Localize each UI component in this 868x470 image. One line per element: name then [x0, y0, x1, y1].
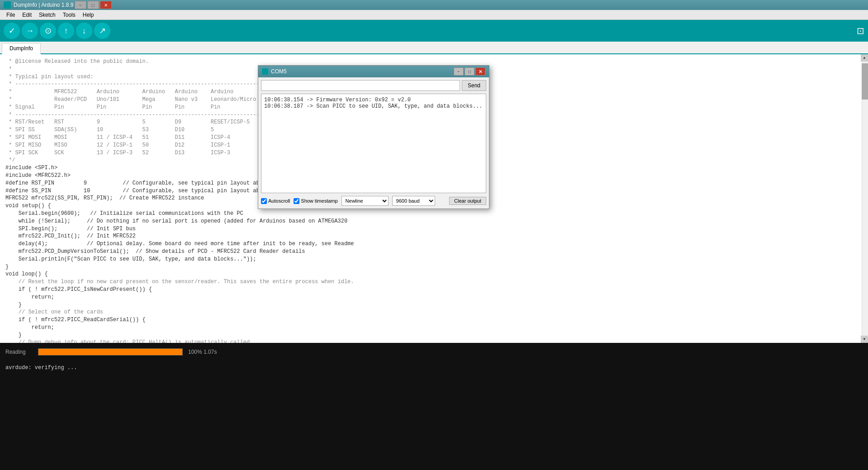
close-button[interactable]: ✕ — [100, 1, 112, 9]
com-titlebar: COM5 − □ ✕ — [258, 66, 489, 77]
menu-file[interactable]: File — [3, 11, 19, 19]
autoscroll-checkbox[interactable] — [261, 198, 267, 204]
progress-percent: 100% 1.07s — [188, 349, 217, 355]
com-dialog: COM5 − □ ✕ Send 10:06:38.154 -> Firmware… — [258, 65, 489, 209]
com-minimize-button[interactable]: − — [454, 67, 464, 76]
com-send-button[interactable]: Send — [462, 80, 486, 91]
newline-select[interactable]: Newline No line ending Carriage return B… — [342, 196, 389, 206]
open-button[interactable]: ↓ — [76, 23, 92, 39]
save-button[interactable]: ↗ — [94, 23, 110, 39]
clear-output-button[interactable]: Clear output — [449, 197, 486, 205]
menu-help[interactable]: Help — [79, 11, 98, 19]
minimize-button[interactable]: − — [75, 1, 86, 9]
com-maximize-button[interactable]: □ — [465, 67, 474, 76]
menu-tools[interactable]: Tools — [59, 11, 79, 19]
com-input[interactable] — [261, 80, 460, 91]
com-output-lines: 10:06:38.154 -> Firmware Version: 0x92 =… — [264, 97, 483, 109]
progress-bar: Reading 100% 1.07s — [0, 343, 868, 361]
serial-monitor-button[interactable]: ⊡ — [857, 25, 864, 36]
autoscroll-label[interactable]: Autoscroll — [261, 198, 290, 204]
console-output: avrdude: verifying ... — [0, 361, 868, 470]
autoscroll-text: Autoscroll — [268, 198, 290, 204]
com-arduino-icon — [262, 68, 268, 75]
titlebar-title: DumpInfo | Arduino 1.8.9 — [14, 2, 74, 8]
menu-sketch[interactable]: Sketch — [35, 11, 59, 19]
progress-track — [38, 348, 183, 356]
console-lines: avrdude: verifying ... — [5, 365, 863, 371]
toolbar: ✓ → ⊙ ↑ ↓ ↗ ⊡ — [0, 20, 868, 42]
debug-button[interactable]: ⊙ — [40, 23, 56, 39]
upload-button[interactable]: → — [22, 23, 38, 39]
titlebar: DumpInfo | Arduino 1.8.9 − □ ✕ — [0, 0, 868, 10]
maximize-button[interactable]: □ — [87, 1, 99, 9]
com-close-button[interactable]: ✕ — [475, 67, 485, 76]
scroll-up-arrow[interactable]: ▲ — [861, 54, 868, 62]
arduino-icon — [4, 1, 11, 9]
baud-select[interactable]: 300 baud 1200 baud 2400 baud 4800 baud 9… — [392, 196, 435, 206]
new-button[interactable]: ↑ — [58, 23, 74, 39]
verify-button[interactable]: ✓ — [4, 23, 20, 39]
com-input-row: Send — [258, 77, 489, 94]
com-output: 10:06:38.154 -> Firmware Version: 0x92 =… — [261, 94, 486, 193]
menu-edit[interactable]: Edit — [19, 11, 35, 19]
tabbar: DumpInfo — [0, 42, 868, 54]
progress-fill — [38, 349, 182, 355]
menubar: File Edit Sketch Tools Help — [0, 10, 868, 20]
com-title: COM5 — [271, 68, 453, 75]
scroll-down-arrow[interactable]: ▼ — [861, 336, 868, 343]
show-timestamp-checkbox[interactable] — [294, 198, 299, 204]
show-timestamp-text: Show timestamp — [301, 198, 337, 204]
progress-label: Reading — [5, 349, 33, 355]
tab-dumpinfo[interactable]: DumpInfo — [2, 43, 41, 54]
show-timestamp-label[interactable]: Show timestamp — [294, 198, 337, 204]
com-footer: Autoscroll Show timestamp Newline No lin… — [258, 193, 489, 209]
